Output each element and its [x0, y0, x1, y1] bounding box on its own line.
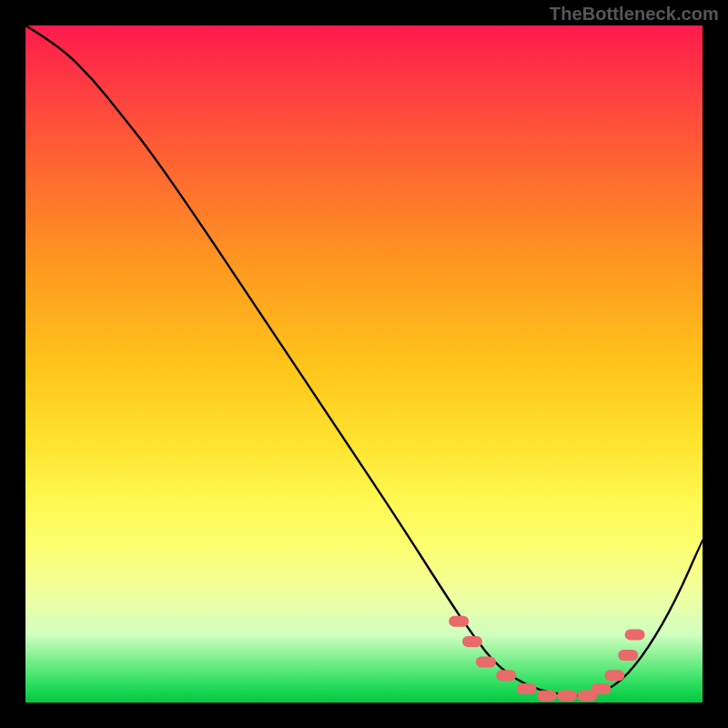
marker-pill	[496, 670, 516, 681]
marker-pill	[604, 670, 624, 681]
highlight-markers	[449, 616, 644, 702]
marker-pill	[449, 616, 469, 627]
marker-pill	[557, 691, 577, 702]
marker-pill	[476, 656, 496, 667]
marker-layer	[25, 25, 703, 703]
watermark-text: TheBottleneck.com	[550, 4, 719, 25]
marker-pill	[618, 650, 638, 661]
marker-pill	[625, 630, 645, 641]
marker-pill	[591, 683, 611, 694]
marker-pill	[462, 636, 482, 647]
chart-frame: TheBottleneck.com	[0, 0, 728, 728]
marker-pill	[537, 691, 557, 702]
plot-area	[25, 25, 703, 703]
marker-pill	[517, 683, 537, 694]
